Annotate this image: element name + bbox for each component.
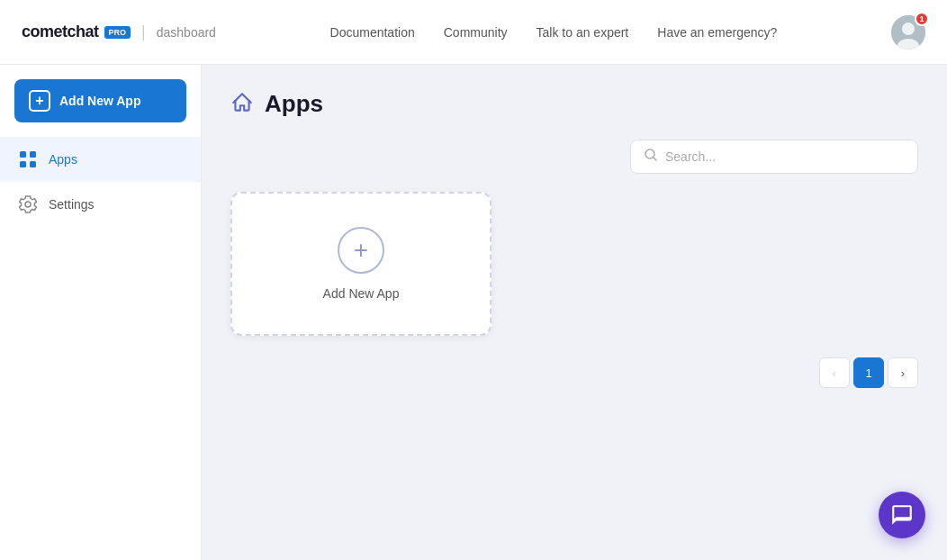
search-input[interactable] [665,149,905,164]
sidebar-nav: Apps Settings [0,137,201,227]
add-new-app-label: Add New App [59,94,140,108]
pagination-prev-button[interactable]: ‹ [819,357,850,388]
svg-rect-5 [20,161,26,167]
sidebar: + Add New App Apps [0,65,202,560]
search-bar [230,140,918,174]
add-icon: + [29,90,50,112]
chevron-right-icon: › [901,366,905,380]
layout: + Add New App Apps [0,65,947,560]
svg-rect-3 [20,151,26,158]
add-new-app-card[interactable]: + Add New App [230,192,492,336]
header-right: 1 [891,15,925,50]
search-icon [644,148,658,166]
logo-brand: cometchat [22,23,99,41]
page-header: Apps [230,90,918,118]
svg-rect-4 [30,151,36,158]
chat-icon [890,503,914,527]
apps-icon [18,149,38,169]
search-input-wrapper[interactable] [630,140,918,174]
user-avatar-wrapper[interactable]: 1 [891,15,925,50]
home-icon [230,91,254,118]
add-circle-icon: + [338,227,384,274]
pagination-next-button[interactable]: › [888,357,918,388]
page-number: 1 [865,366,871,380]
logo-subtitle: dashboard [157,25,216,40]
logo: cometchat PRO | dashboard [22,23,216,41]
pagination-page-1-button[interactable]: 1 [853,357,884,388]
pagination: ‹ 1 › [230,357,918,388]
sidebar-item-settings[interactable]: Settings [0,182,201,227]
sidebar-settings-label: Settings [49,197,95,212]
add-new-app-card-label: Add New App [323,286,400,301]
chevron-left-icon: ‹ [833,366,836,380]
chat-widget-button[interactable] [879,492,925,538]
page-title: Apps [265,90,323,118]
logo-pro-badge: PRO [104,26,131,39]
nav-talk-to-expert[interactable]: Talk to an expert [537,25,629,40]
notification-badge: 1 [915,12,929,26]
nav-documentation[interactable]: Documentation [330,25,415,40]
sidebar-apps-label: Apps [49,152,77,167]
svg-rect-6 [30,161,36,167]
header-nav: Documentation Community Talk to an exper… [330,25,778,40]
nav-community[interactable]: Community [444,25,508,40]
nav-emergency[interactable]: Have an emergency? [657,25,777,40]
header: cometchat PRO | dashboard Documentation … [0,0,947,65]
settings-icon [18,194,38,214]
add-new-app-sidebar-button[interactable]: + Add New App [14,79,186,122]
main-content: Apps + Add New App ‹ [202,65,947,560]
logo-divider: | [141,23,146,41]
sidebar-item-apps[interactable]: Apps [0,137,201,182]
apps-grid: + Add New App [230,192,918,336]
svg-point-1 [902,23,915,35]
